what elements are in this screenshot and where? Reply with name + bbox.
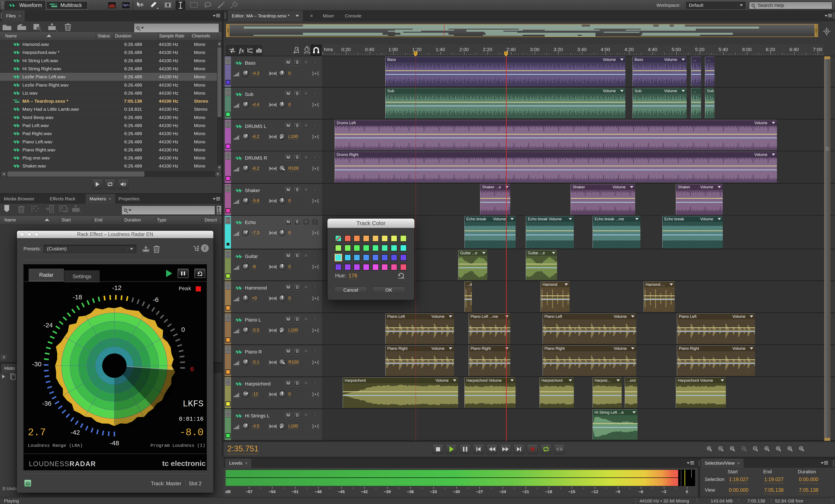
svg-text:-42: -42 (70, 429, 80, 436)
svg-text:-12: -12 (112, 284, 121, 291)
svg-text:-30: -30 (32, 360, 41, 368)
svg-text:-48: -48 (109, 439, 119, 447)
svg-text:-24: -24 (43, 322, 53, 329)
svg-text:0: 0 (181, 326, 185, 333)
svg-text:6: 6 (190, 365, 194, 372)
svg-text:-36: -36 (42, 400, 51, 407)
svg-text:-18: -18 (73, 294, 82, 301)
svg-text:-6: -6 (153, 296, 159, 303)
